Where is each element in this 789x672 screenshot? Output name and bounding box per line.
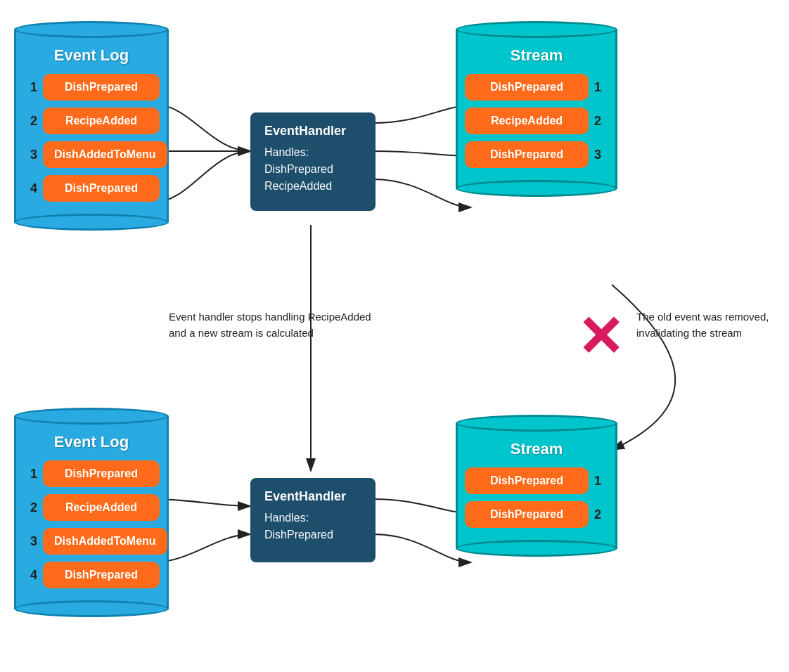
middle-annotation: Event handler stops handling RecipeAdded… bbox=[169, 309, 387, 341]
event-number: 3 bbox=[23, 534, 37, 549]
top-stream-title: Stream bbox=[511, 46, 563, 65]
event-pill: DishPrepared bbox=[465, 467, 589, 494]
event-number: 4 bbox=[23, 568, 37, 583]
event-number: 2 bbox=[594, 508, 608, 522]
list-item: 1 DishPrepared bbox=[23, 460, 160, 487]
list-item: 4 DishPrepared bbox=[23, 175, 160, 202]
list-item: DishPrepared 2 bbox=[465, 501, 608, 528]
top-event-log-cylinder: Event Log 1 DishPrepared 2 RecipeAdded 3… bbox=[14, 21, 169, 231]
x-mark-icon: ✕ bbox=[577, 309, 624, 366]
event-number: 2 bbox=[23, 114, 37, 129]
list-item: RecipeAdded 2 bbox=[465, 108, 608, 134]
event-number: 1 bbox=[23, 467, 37, 482]
event-number: 1 bbox=[23, 80, 37, 95]
top-event-log-title: Event Log bbox=[54, 46, 129, 65]
list-item: 2 RecipeAdded bbox=[23, 108, 160, 134]
event-number: 3 bbox=[594, 148, 608, 162]
event-pill: RecipeAdded bbox=[43, 494, 160, 521]
diagram-container: Event Log 1 DishPrepared 2 RecipeAdded 3… bbox=[0, 0, 789, 672]
event-pill: DishPrepared bbox=[465, 141, 589, 168]
list-item: DishPrepared 1 bbox=[465, 467, 608, 494]
list-item: 1 DishPrepared bbox=[23, 74, 160, 101]
event-pill: DishPrepared bbox=[43, 175, 160, 202]
event-pill: DishPrepared bbox=[43, 74, 160, 101]
bottom-event-log-title: Event Log bbox=[54, 433, 129, 451]
list-item: 3 DishAddedToMenu bbox=[23, 141, 160, 168]
event-pill: DishAddedToMenu bbox=[43, 528, 167, 555]
list-item: DishPrepared 3 bbox=[465, 141, 608, 168]
event-pill: DishPrepared bbox=[43, 562, 160, 588]
event-pill: DishPrepared bbox=[465, 501, 589, 528]
bottom-event-log-cylinder: Event Log 1 DishPrepared 2 RecipeAdded 3… bbox=[14, 408, 169, 617]
event-number: 1 bbox=[594, 80, 608, 95]
handler-title: EventHandler bbox=[264, 489, 361, 504]
handler-title: EventHandler bbox=[264, 124, 361, 138]
list-item: 3 DishAddedToMenu bbox=[23, 528, 160, 555]
handler-text: Handles: DishPrepared bbox=[264, 510, 361, 543]
event-number: 3 bbox=[23, 148, 37, 162]
event-pill: RecipeAdded bbox=[43, 108, 160, 134]
bottom-stream-title: Stream bbox=[511, 440, 563, 458]
bottom-event-handler: EventHandler Handles: DishPrepared bbox=[250, 478, 376, 562]
event-pill: RecipeAdded bbox=[465, 108, 589, 134]
top-stream-cylinder: Stream DishPrepared 1 RecipeAdded 2 Dish… bbox=[456, 21, 617, 197]
event-number: 2 bbox=[23, 500, 37, 515]
event-number: 2 bbox=[594, 114, 608, 129]
event-pill: DishAddedToMenu bbox=[43, 141, 167, 168]
top-event-handler: EventHandler Handles: DishPrepared Recip… bbox=[250, 112, 376, 211]
event-pill: DishPrepared bbox=[43, 460, 160, 487]
list-item: 2 RecipeAdded bbox=[23, 494, 160, 521]
event-number: 4 bbox=[23, 181, 37, 196]
event-number: 1 bbox=[594, 474, 608, 489]
list-item: 4 DishPrepared bbox=[23, 562, 160, 588]
bottom-stream-cylinder: Stream DishPrepared 1 DishPrepared 2 bbox=[456, 415, 617, 557]
event-pill: DishPrepared bbox=[465, 74, 589, 101]
list-item: DishPrepared 1 bbox=[465, 74, 608, 101]
handler-text: Handles: DishPrepared RecipeAdded bbox=[264, 144, 361, 195]
side-annotation: The old event was removed, invalidating … bbox=[636, 309, 777, 341]
